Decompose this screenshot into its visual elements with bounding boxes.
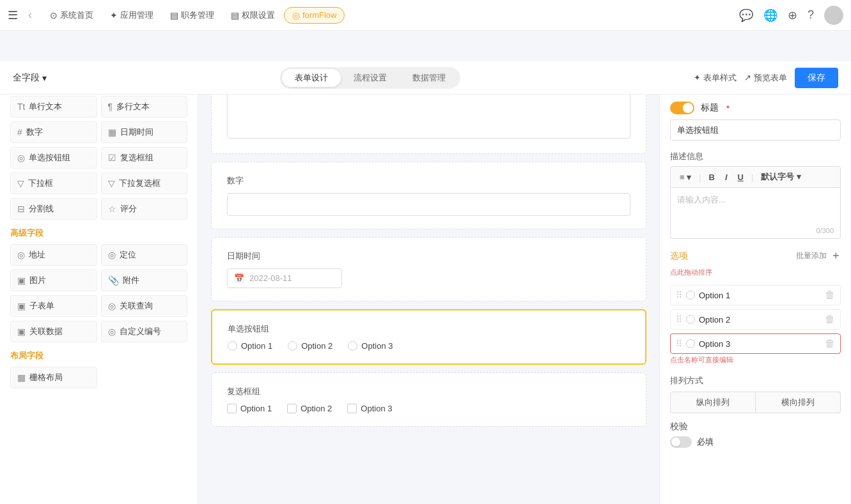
toggle-knob — [683, 103, 693, 113]
field-dropdown[interactable]: ▽ 下拉框 — [10, 172, 97, 194]
nav-tab-perm[interactable]: ▤ 权限设置 — [223, 7, 283, 24]
field-multi-text[interactable]: ¶ 多行文本 — [101, 96, 188, 118]
field-image[interactable]: ▣ 图片 — [10, 270, 97, 291]
radio-option-1[interactable]: Option 1 — [228, 341, 272, 351]
notify-icon[interactable]: ⊕ — [788, 8, 797, 22]
checkbox-option-1[interactable]: Option 1 — [227, 404, 272, 413]
divider-icon: ⊟ — [17, 204, 25, 214]
preview-button[interactable]: ↗ 预览表单 — [744, 72, 787, 84]
drag-handle-1[interactable]: ⠿ — [676, 290, 682, 300]
globe-icon[interactable]: 🌐 — [763, 8, 777, 22]
radio-label-3: Option 3 — [361, 341, 393, 351]
field-custom-no[interactable]: ◎ 自定义编号 — [101, 321, 188, 342]
avatar[interactable] — [824, 6, 843, 25]
field-attachment[interactable]: 📎 附件 — [101, 270, 188, 291]
back-icon[interactable]: ‹ — [28, 8, 32, 22]
save-button[interactable]: 保存 — [795, 68, 838, 88]
help-icon[interactable]: ? — [808, 8, 814, 22]
card-number: 数字 — [211, 162, 646, 229]
title-input-section — [670, 119, 841, 141]
delete-option-1[interactable]: 🗑 — [825, 289, 835, 301]
sort-vertical-button[interactable]: 纵向排列 — [670, 392, 756, 413]
checkbox-group: Option 1 Option 2 Option 3 — [227, 404, 630, 413]
align-icon[interactable]: ≡ ▾ — [677, 172, 694, 183]
desc-body[interactable]: 请输入内容... 0/300 — [670, 188, 841, 239]
checkbox-group-label: 复选框组 — [227, 386, 630, 397]
custom-no-icon: ◎ — [108, 326, 116, 337]
tab-flow-settings[interactable]: 流程设置 — [341, 69, 400, 87]
checkbox-option-3[interactable]: Option 3 — [347, 404, 392, 413]
bulk-add-button[interactable]: 批量添加 — [796, 250, 827, 261]
checkbox-label-2: Option 2 — [301, 404, 332, 413]
section-title-layout: 布局字段 — [10, 350, 187, 362]
address-icon: ◎ — [17, 250, 25, 260]
radio-option-2[interactable]: Option 2 — [288, 341, 332, 351]
nav-tab-app[interactable]: ✦ 应用管理 — [102, 7, 161, 24]
basic-fields-grid: Tt 单行文本 ¶ 多行文本 # 数字 ▦ 日期时间 ◎ 单选按钮组 ☑ 复选框… — [10, 96, 187, 220]
required-toggle[interactable] — [670, 436, 692, 448]
title-toggle[interactable] — [670, 102, 694, 114]
add-option-button[interactable]: ＋ — [831, 249, 841, 263]
tab-data-manage[interactable]: 数据管理 — [400, 69, 458, 87]
sort-horizontal-button[interactable]: 横向排列 — [756, 392, 841, 413]
form-style-button[interactable]: ✦ 表单样式 — [694, 72, 737, 84]
title-input[interactable] — [670, 119, 841, 141]
tab-form-design[interactable]: 表单设计 — [282, 69, 341, 87]
nav-tab-job[interactable]: ▤ 职务管理 — [162, 7, 222, 24]
field-location[interactable]: ◎ 定位 — [101, 244, 188, 266]
home-icon: ⊙ — [50, 10, 58, 20]
attachment-icon: 📎 — [108, 275, 119, 286]
drag-handle-2[interactable]: ⠿ — [676, 314, 682, 325]
card-radio-group[interactable]: 单选按钮组 Option 1 Option 2 Option 3 — [211, 309, 646, 365]
chat-icon[interactable]: 💬 — [739, 8, 753, 22]
field-rating[interactable]: ☆ 评分 — [101, 198, 188, 220]
delete-option-2[interactable]: 🗑 — [825, 314, 835, 325]
field-datetime[interactable]: ▦ 日期时间 — [101, 121, 188, 143]
validation-label: 校验 — [670, 421, 841, 432]
location-icon: ◎ — [108, 250, 116, 260]
dropdown-icon: ▽ — [17, 178, 24, 188]
bold-button[interactable]: B — [707, 172, 717, 183]
field-related-query[interactable]: ◎ 关联查询 — [101, 295, 188, 317]
toolbar-center: 表单设计 流程设置 数据管理 — [47, 67, 694, 89]
field-multi-dropdown[interactable]: ▽ 下拉复选框 — [101, 172, 188, 194]
multiline-textarea[interactable] — [227, 88, 630, 139]
field-grid-layout[interactable]: ▦ 栅格布局 — [10, 367, 97, 388]
chevron-down-icon: ▾ — [42, 73, 47, 83]
radio-group-label: 单选按钮组 — [228, 323, 630, 335]
drag-handle-3[interactable]: ⠿ — [676, 339, 682, 349]
italic-button[interactable]: I — [722, 172, 730, 183]
options-right: 批量添加 ＋ — [796, 249, 841, 263]
delete-option-3[interactable]: 🗑 — [825, 338, 835, 349]
date-input-wrap[interactable]: 📅 2022-08-11 — [227, 268, 342, 288]
option-row-2: ⠿ 🗑 — [670, 309, 841, 330]
field-sub-form[interactable]: ▣ 子表单 — [10, 295, 97, 317]
nav-tabs: ⊙ 系统首页 ✦ 应用管理 ▤ 职务管理 ▤ 权限设置 ◎ formFlow — [42, 7, 345, 24]
number-input[interactable] — [227, 193, 630, 216]
field-selector[interactable]: 全字段 ▾ — [13, 72, 47, 84]
field-checkbox-group[interactable]: ☑ 复选框组 — [101, 147, 188, 169]
validation-section: 校验 必填 — [670, 421, 841, 448]
field-number[interactable]: # 数字 — [10, 121, 97, 143]
advanced-fields-grid: ◎ 地址 ◎ 定位 ▣ 图片 📎 附件 ▣ 子表单 ◎ 关联查询 — [10, 244, 187, 342]
radio-option-3[interactable]: Option 3 — [348, 341, 393, 351]
panel-body: 标题 * 描述信息 ≡ ▾ | B I U | 默认字号 ▾ — [660, 93, 851, 457]
font-size-selector[interactable]: 默认字号 ▾ — [758, 171, 804, 183]
option-input-2[interactable] — [699, 315, 821, 325]
required-row: 必填 — [670, 436, 841, 448]
field-radio-group[interactable]: ◎ 单选按钮组 — [10, 147, 97, 169]
sub-form-icon: ▣ — [17, 301, 26, 311]
nav-tab-home[interactable]: ⊙ 系统首页 — [42, 7, 101, 24]
checkbox-option-2[interactable]: Option 2 — [287, 404, 332, 413]
nav-tab-formflow[interactable]: ◎ formFlow — [284, 7, 345, 24]
field-single-text[interactable]: Tt 单行文本 — [10, 96, 97, 118]
underline-button[interactable]: U — [735, 172, 746, 183]
options-label: 选项 — [670, 250, 688, 262]
field-divider[interactable]: ⊟ 分割线 — [10, 198, 97, 220]
option-input-3[interactable] — [699, 339, 821, 349]
hamburger-icon[interactable]: ☰ — [8, 8, 18, 22]
field-related-data[interactable]: ▣ 关联数据 — [10, 321, 97, 342]
field-address[interactable]: ◎ 地址 — [10, 244, 97, 266]
main-layout: 基础字段 Tt 单行文本 ¶ 多行文本 # 数字 ▦ 日期时间 ◎ 单选按钮组 — [0, 64, 851, 504]
option-input-1[interactable] — [699, 291, 821, 300]
